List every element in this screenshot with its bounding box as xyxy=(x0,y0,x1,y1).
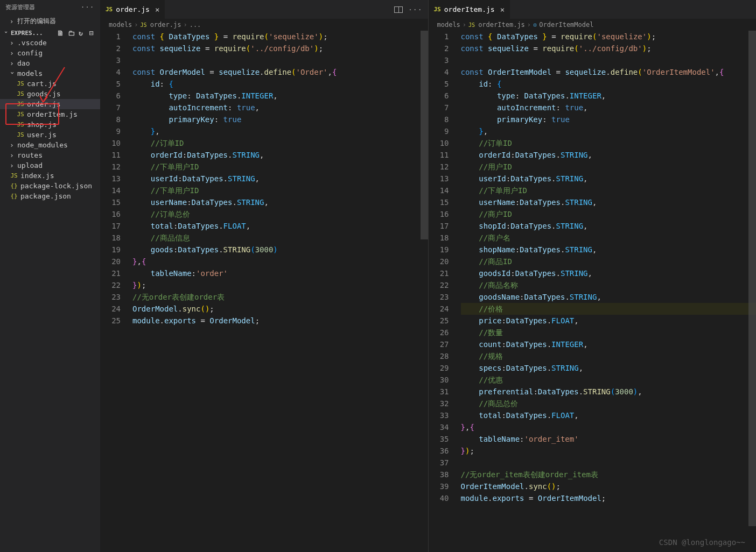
js-icon: JS xyxy=(16,121,25,128)
chevron-icon xyxy=(10,69,17,77)
folder-item[interactable]: .vscode xyxy=(0,38,100,48)
file-tree: .vscodeconfigdaomodelsJScart.jsJSgoods.j… xyxy=(0,38,100,552)
chevron-icon xyxy=(10,49,17,57)
chevron-icon xyxy=(10,151,17,159)
symbol-icon: ▫ xyxy=(533,21,537,29)
close-icon[interactable]: × xyxy=(500,5,505,14)
js-icon: JS xyxy=(16,131,25,138)
chevron-icon xyxy=(10,161,17,169)
editor-pane-left: JS order.js × ··· models› JSorder.js› ..… xyxy=(100,0,429,552)
file-item[interactable]: JSgoods.js xyxy=(0,89,100,99)
editors: JS order.js × ··· models› JSorder.js› ..… xyxy=(100,0,756,552)
file-item[interactable]: JSshop.js xyxy=(0,119,100,130)
sidebar: 资源管理器 ··· 打开的编辑器 EXPRES... 🗎 🗀 ↻ ⊟ .vsco… xyxy=(0,0,100,552)
file-item[interactable]: JSindex.js xyxy=(0,171,100,181)
explorer-title: 资源管理器 xyxy=(5,3,35,11)
scrollbar[interactable] xyxy=(421,31,428,552)
breadcrumb-left[interactable]: models› JSorder.js› ... xyxy=(100,19,428,31)
new-folder-icon[interactable]: 🗀 xyxy=(68,29,75,37)
js-icon: JS xyxy=(10,172,18,179)
split-icon[interactable] xyxy=(394,6,403,13)
js-icon: JS xyxy=(16,111,25,118)
new-file-icon[interactable]: 🗎 xyxy=(57,29,65,37)
refresh-icon[interactable]: ↻ xyxy=(79,29,86,37)
close-icon[interactable]: × xyxy=(155,5,159,14)
folder-item[interactable]: dao xyxy=(0,58,100,68)
more-icon[interactable]: ··· xyxy=(408,5,422,13)
file-item[interactable]: JScart.js xyxy=(0,79,100,89)
chevron-down-icon xyxy=(3,30,11,37)
tab-order-js[interactable]: JS order.js × xyxy=(100,0,165,19)
tabbar-left: JS order.js × ··· xyxy=(100,0,428,19)
folder-item[interactable]: node_modules xyxy=(0,140,100,150)
folder-item[interactable]: upload xyxy=(0,160,100,171)
file-item[interactable]: {}package-lock.json xyxy=(0,181,100,191)
file-item[interactable]: JSorderItem.js xyxy=(0,109,100,119)
chevron-icon xyxy=(10,39,17,47)
chevron-icon xyxy=(10,141,17,149)
js-icon: JS xyxy=(16,101,25,108)
scrollbar[interactable] xyxy=(748,31,756,552)
tabbar-right: JS orderItem.js × xyxy=(429,0,757,19)
js-icon: JS xyxy=(434,6,441,13)
explorer-header: 资源管理器 ··· xyxy=(0,0,100,15)
code-area-right[interactable]: 1234567891011121314151617181920212223242… xyxy=(429,31,757,552)
code[interactable]: const { DataTypes } = require('sequelize… xyxy=(459,31,757,552)
collapse-icon[interactable]: ⊟ xyxy=(89,29,97,37)
folder-item[interactable]: routes xyxy=(0,150,100,160)
watermark: CSDN @longlongago~~ xyxy=(659,538,745,547)
file-item[interactable]: JSorder.js xyxy=(0,99,100,109)
js-icon: JS xyxy=(16,80,25,87)
code-area-left[interactable]: 1234567891011121314151617181920212223242… xyxy=(100,31,428,552)
folder-item[interactable]: config xyxy=(0,48,100,58)
js-icon: JS xyxy=(106,6,113,13)
project-section[interactable]: EXPRES... 🗎 🗀 ↻ ⊟ xyxy=(0,28,100,38)
json-icon: {} xyxy=(10,182,18,189)
file-item[interactable]: {}package.json xyxy=(0,191,100,201)
json-icon: {} xyxy=(10,193,18,200)
folder-item[interactable]: models xyxy=(0,68,100,79)
js-icon: JS xyxy=(468,22,475,28)
more-icon[interactable]: ··· xyxy=(81,4,95,11)
js-icon: JS xyxy=(16,90,25,97)
file-item[interactable]: JSuser.js xyxy=(0,130,100,140)
gutter: 1234567891011121314151617181920212223242… xyxy=(429,31,459,552)
breadcrumb-right[interactable]: models› JSorderItem.js› ▫OrderItemModel xyxy=(429,19,757,31)
js-icon: JS xyxy=(141,22,147,28)
tab-orderitem-js[interactable]: JS orderItem.js × xyxy=(429,0,510,19)
chevron-icon xyxy=(10,59,17,67)
code[interactable]: const { DataTypes } = require('sequelize… xyxy=(130,31,428,552)
gutter: 1234567891011121314151617181920212223242… xyxy=(100,31,130,552)
open-editors-section[interactable]: 打开的编辑器 xyxy=(0,15,100,28)
editor-pane-right: JS orderItem.js × models› JSorderItem.js… xyxy=(429,0,757,552)
